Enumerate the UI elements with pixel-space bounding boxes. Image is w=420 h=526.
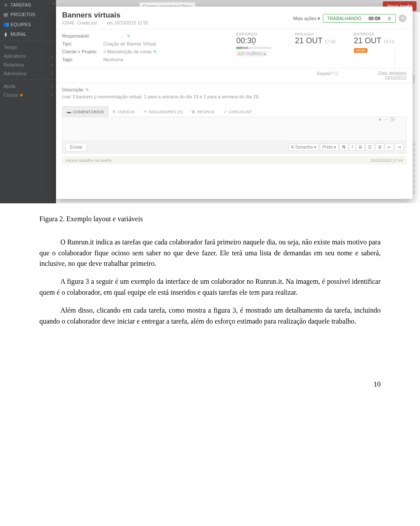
task-title: Banners virtuais bbox=[62, 11, 148, 20]
figure-caption: Figura 2. Exemplo layout e variáveis bbox=[39, 214, 381, 225]
indent-button[interactable]: ⇤ bbox=[385, 143, 394, 151]
description-text: criar 3 banners p movimentação virtual. … bbox=[62, 94, 406, 99]
font-color-dropdown[interactable]: Preto ▾ bbox=[320, 143, 339, 151]
sidebar-item-equipes[interactable]: 👥EQUIPES bbox=[0, 19, 56, 29]
sidebar-item-projetos[interactable]: ▤PROJETOS bbox=[0, 10, 56, 19]
effort-label: ESFORÇO bbox=[236, 32, 289, 36]
check-icon: ✓ bbox=[224, 109, 227, 114]
tab-checklist[interactable]: ✓CHECKLIST bbox=[219, 106, 256, 117]
today-badge: HOJE bbox=[354, 48, 368, 53]
pause-icon[interactable]: ⏸ bbox=[387, 16, 392, 21]
plus-icon[interactable]: + bbox=[252, 49, 255, 56]
task-status-badge[interactable]: TRABALHANDO 00:09 ⏸ bbox=[323, 14, 396, 23]
client-project-value[interactable]: > Manutenção de conta ✎ bbox=[103, 49, 157, 54]
tab-seguidores[interactable]: ✂SEGUIDORES (3) bbox=[139, 106, 187, 117]
started-label: INICIADA bbox=[295, 32, 347, 36]
sidebar-collapse-icon[interactable]: ‹ bbox=[53, 1, 54, 6]
description-heading: Descrição ✎ bbox=[62, 87, 406, 92]
teams-icon: 👥 bbox=[4, 21, 8, 27]
outdent-button[interactable]: ⇥ bbox=[395, 143, 403, 151]
tab-regras[interactable]: ⚙REGRAS bbox=[187, 106, 219, 117]
sidebar-item-label: EQUIPES bbox=[10, 22, 31, 27]
started-time: 17:44 bbox=[325, 39, 336, 44]
collaborator-dropdown[interactable]: ● → ⦿ bbox=[378, 116, 395, 122]
ol-button[interactable]: ≣ bbox=[375, 143, 384, 151]
sidebar-item-cursos[interactable]: Cursos ★› bbox=[0, 91, 56, 99]
send-button[interactable]: Enviar bbox=[65, 143, 87, 151]
edit-icon[interactable]: ✎ bbox=[85, 87, 89, 92]
status-label: TRABALHANDO bbox=[327, 16, 361, 21]
repeat-label[interactable]: Repetir? ⓘ bbox=[317, 71, 339, 80]
tab-anexos[interactable]: ⎘ANEXOS bbox=[108, 106, 139, 117]
tags-label: Tags: bbox=[62, 57, 103, 62]
sidebar-item-mural[interactable]: ▮MURAL bbox=[0, 29, 56, 39]
edit-icon[interactable]: ✎ bbox=[127, 34, 130, 38]
sidebar-item-aplicativos[interactable]: Aplicativos› bbox=[0, 52, 56, 60]
comment-icon: ▬ bbox=[67, 109, 71, 114]
rules-icon: ⚙ bbox=[191, 109, 195, 114]
paragraph: Além disso, clicando em cada tarefa, com… bbox=[39, 305, 381, 327]
effort-value: 00:30 bbox=[236, 36, 289, 45]
started-card: INICIADA 21 OUT 17:44 bbox=[295, 32, 347, 63]
log-text: iniciou trabalho na tarefa. bbox=[66, 158, 112, 163]
started-date: 21 OUT bbox=[295, 36, 322, 45]
font-size-dropdown[interactable]: A Tamanho ▾ bbox=[288, 143, 319, 151]
client-project-label: Cliente > Projeto: bbox=[62, 49, 103, 54]
sidebar-item-label: MURAL bbox=[10, 31, 27, 37]
responsible-value[interactable]: ✎ bbox=[103, 33, 130, 38]
effort-card: ESFORÇO 00:30 EST. PADRÃO ● bbox=[236, 32, 289, 63]
projects-icon: ▤ bbox=[4, 12, 8, 17]
tags-value[interactable]: Nenhuma bbox=[103, 57, 123, 62]
bold-button[interactable]: N bbox=[340, 143, 348, 151]
italic-button[interactable]: I bbox=[349, 143, 356, 151]
due-date: 21 OUT bbox=[354, 36, 382, 45]
sidebar-item-tempo[interactable]: Tempo bbox=[0, 43, 56, 52]
responsible-label: Responsável: bbox=[62, 33, 103, 38]
tab-comentarios[interactable]: ▬COMENTÁRIOS bbox=[62, 106, 108, 117]
log-date: 21/10/2015 17:44 bbox=[371, 158, 403, 163]
sidebar: ‹ ≡TAREFAS ▤PROJETOS 👥EQUIPES ▮MURAL Tem… bbox=[0, 0, 56, 203]
app-screenshot: ‹ ≡TAREFAS ▤PROJETOS 👥EQUIPES ▮MURAL Tem… bbox=[0, 0, 420, 203]
ul-button[interactable]: ☰ bbox=[365, 143, 374, 151]
edit-icon[interactable]: ✎ bbox=[153, 49, 157, 54]
followers-icon: ✂ bbox=[144, 109, 147, 114]
attachment-icon: ⎘ bbox=[113, 109, 116, 114]
type-value[interactable]: Criação de Banner Virtual bbox=[103, 41, 156, 46]
strike-button[interactable]: S bbox=[356, 143, 364, 151]
due-time: 18:14 bbox=[383, 39, 394, 44]
sidebar-item-label: PROJETOS bbox=[10, 12, 35, 17]
editor-toolbar: A Tamanho ▾ Preto ▾ N I S ☰ ≣ ⇤ ⇥ bbox=[288, 143, 403, 151]
sidebar-item-relatorios[interactable]: Relatórios› bbox=[0, 60, 56, 69]
more-actions-dropdown[interactable]: Mais ações ▾ bbox=[293, 16, 320, 21]
due-label: ENTREGA bbox=[354, 32, 406, 36]
sidebar-item-administrar[interactable]: Administrar› bbox=[0, 69, 56, 78]
comment-editor: Enviar A Tamanho ▾ Preto ▾ N I S ☰ ≣ ⇤ ⇥ bbox=[62, 117, 406, 153]
sidebar-item-label: TAREFAS bbox=[10, 2, 31, 7]
sidebar-item-ajuda[interactable]: Ajuda› bbox=[0, 82, 56, 91]
tasks-icon: ≡ bbox=[4, 2, 8, 7]
due-card: ENTREGA 21 OUT 18:14 HOJE bbox=[354, 32, 406, 63]
close-icon[interactable]: ✕ bbox=[399, 14, 406, 22]
type-label: Tipo: bbox=[62, 41, 103, 46]
mural-icon: ▮ bbox=[4, 31, 8, 37]
paragraph: O Runrun.it indica as tarefas que cada c… bbox=[39, 237, 381, 269]
task-tabs: ▬COMENTÁRIOS ⎘ANEXOS ✂SEGUIDORES (3) ⚙RE… bbox=[62, 106, 413, 117]
sidebar-item-tarefas[interactable]: ≡TAREFAS bbox=[0, 0, 56, 10]
star-icon: ★ bbox=[19, 92, 24, 98]
comment-textarea[interactable] bbox=[63, 117, 406, 141]
status-time: 00:09 bbox=[368, 16, 380, 21]
activity-log-row: iniciou trabalho na tarefa. 21/10/2015 1… bbox=[62, 156, 406, 164]
desired-date: Data desejada19/10/2015 bbox=[378, 71, 407, 80]
document-body: Figura 2. Exemplo layout e variáveis O R… bbox=[39, 214, 381, 390]
paragraph: A figura 3 a seguir é um exemplo da inte… bbox=[39, 276, 381, 298]
task-modal: Banners virtuais #2846 Criada por: em 16… bbox=[56, 7, 413, 199]
page-number: 10 bbox=[39, 379, 381, 390]
task-meta: #2846 Criada por: em 16/10/2015 12:50 bbox=[62, 21, 148, 25]
plus-icon[interactable]: + bbox=[252, 42, 255, 48]
